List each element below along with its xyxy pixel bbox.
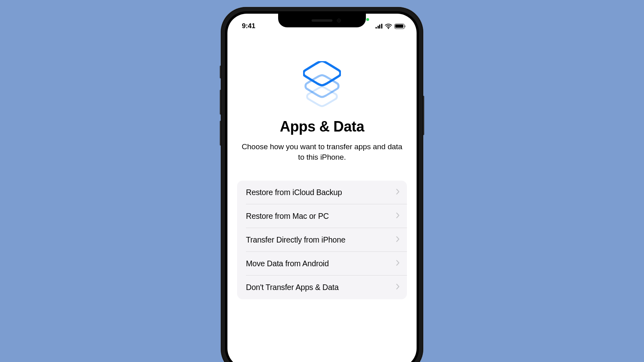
page-subtitle: Choose how you want to transfer apps and… — [235, 142, 409, 162]
option-label: Transfer Directly from iPhone — [246, 235, 345, 245]
chevron-right-icon — [396, 212, 400, 220]
volume-up-button — [220, 90, 221, 115]
wifi-icon — [385, 24, 392, 29]
status-right-cluster — [376, 24, 405, 29]
option-dont-transfer[interactable]: Don't Transfer Apps & Data — [237, 276, 407, 299]
option-label: Move Data from Android — [246, 259, 329, 268]
volume-down-button — [220, 121, 221, 146]
chevron-right-icon — [396, 284, 400, 291]
option-restore-mac-pc[interactable]: Restore from Mac or PC — [237, 204, 407, 228]
mute-switch — [220, 66, 221, 78]
option-restore-icloud[interactable]: Restore from iCloud Backup — [237, 181, 407, 204]
option-move-android[interactable]: Move Data from Android — [237, 252, 407, 276]
cellular-signal-icon — [376, 24, 382, 29]
setup-content: Apps & Data Choose how you want to trans… — [227, 33, 417, 299]
apps-data-stack-icon — [235, 61, 409, 108]
page-title: Apps & Data — [235, 118, 409, 135]
camera-indicator-dot — [366, 18, 369, 21]
screen: 9:41 — [227, 14, 417, 362]
option-label: Restore from iCloud Backup — [246, 188, 342, 197]
notch — [278, 14, 366, 27]
battery-icon — [394, 24, 406, 29]
phone-bezel: 9:41 — [225, 11, 419, 362]
front-camera — [337, 19, 341, 23]
option-label: Restore from Mac or PC — [246, 212, 329, 221]
side-power-button — [423, 96, 424, 135]
earpiece-speaker — [312, 19, 332, 22]
status-time: 9:41 — [242, 22, 255, 30]
option-transfer-iphone[interactable]: Transfer Directly from iPhone — [237, 228, 407, 252]
chevron-right-icon — [396, 236, 400, 244]
phone-frame: 9:41 — [221, 7, 423, 362]
chevron-right-icon — [396, 260, 400, 267]
option-label: Don't Transfer Apps & Data — [246, 283, 339, 292]
chevron-right-icon — [396, 189, 400, 196]
transfer-options-list: Restore from iCloud Backup Restore from … — [237, 181, 407, 299]
